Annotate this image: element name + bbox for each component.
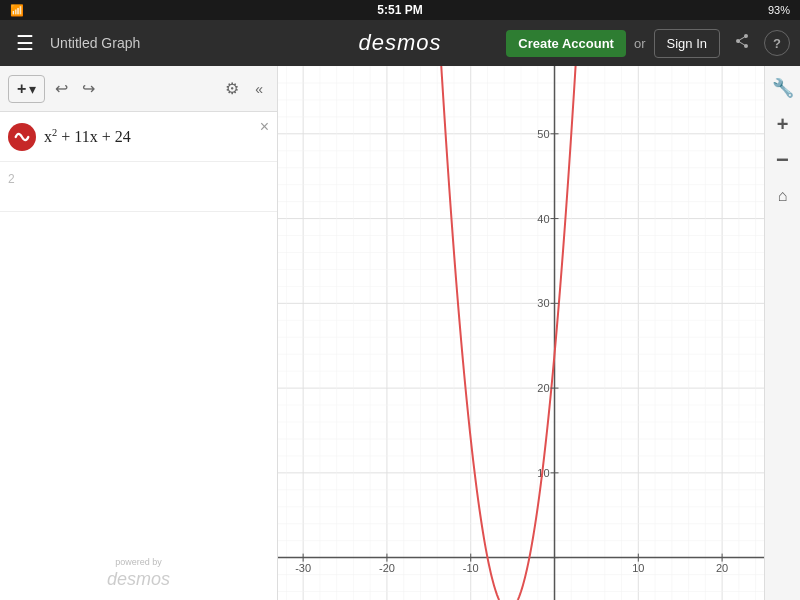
powered-by-label: powered by [12, 557, 265, 567]
desmos-logo: desmos [358, 30, 441, 56]
zoom-out-button[interactable]: − [767, 144, 799, 176]
wrench-button[interactable]: 🔧 [767, 72, 799, 104]
home-button[interactable]: ⌂ [767, 180, 799, 212]
header-actions: Create Account or Sign In ? [506, 27, 790, 60]
battery-text: 93% [768, 4, 790, 16]
expression-toolbar: + ▾ ↩ ↪ ⚙ « [0, 66, 277, 112]
status-bar: 📶 5:51 PM 93% [0, 0, 800, 20]
zoom-in-button[interactable]: + [767, 108, 799, 140]
help-button[interactable]: ? [764, 30, 790, 56]
expression-close-button[interactable]: × [260, 118, 269, 136]
empty-item-number: 2 [8, 168, 15, 186]
collapse-panel-button[interactable]: « [249, 77, 269, 101]
status-left: 📶 [10, 4, 24, 17]
wifi-icon: 📶 [10, 4, 24, 17]
status-right: 93% [768, 4, 790, 16]
expression-icon [8, 123, 36, 151]
settings-button[interactable]: ⚙ [221, 75, 243, 102]
expression-item-empty[interactable]: 2 [0, 162, 277, 212]
menu-button[interactable]: ☰ [10, 27, 40, 59]
add-expression-button[interactable]: + ▾ [8, 75, 45, 103]
add-chevron-icon: ▾ [29, 81, 36, 97]
sign-in-button[interactable]: Sign In [654, 29, 720, 58]
left-panel: + ▾ ↩ ↪ ⚙ « x2 + 11x + 24 × [0, 66, 278, 600]
graph-area[interactable] [278, 66, 764, 600]
status-time: 5:51 PM [377, 3, 422, 17]
powered-by-logo: desmos [12, 569, 265, 590]
create-account-button[interactable]: Create Account [506, 30, 626, 57]
expression-formula: x2 + 11x + 24 [44, 127, 269, 146]
redo-button[interactable]: ↪ [78, 75, 99, 102]
or-label: or [634, 36, 646, 51]
header: ☰ Untitled Graph desmos Create Account o… [0, 20, 800, 66]
share-button[interactable] [728, 27, 756, 60]
right-controls: 🔧 + − ⌂ [764, 66, 800, 600]
expression-item: x2 + 11x + 24 × [0, 112, 277, 162]
main-layout: + ▾ ↩ ↪ ⚙ « x2 + 11x + 24 × [0, 66, 800, 600]
expression-list: x2 + 11x + 24 × 2 [0, 112, 277, 547]
plus-icon: + [17, 80, 26, 98]
graph-canvas [278, 66, 764, 600]
undo-button[interactable]: ↩ [51, 75, 72, 102]
powered-by: powered by desmos [0, 547, 277, 600]
